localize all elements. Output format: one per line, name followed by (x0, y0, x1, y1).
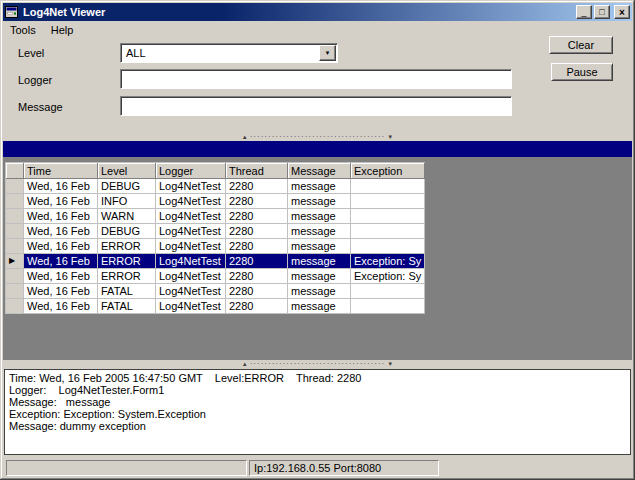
cell-level[interactable]: FATAL (98, 284, 156, 299)
cell-logger[interactable]: Log4NetTest (156, 299, 226, 314)
app-icon (5, 5, 19, 19)
row-selector-cell[interactable] (6, 194, 24, 209)
cell-level[interactable]: FATAL (98, 299, 156, 314)
detail-line: Time: Wed, 16 Feb 2005 16:47:50 GMT Leve… (9, 373, 626, 384)
cell-thread[interactable]: 2280 (226, 209, 288, 224)
cell-message[interactable]: message (288, 194, 351, 209)
cell-level[interactable]: DEBUG (98, 224, 156, 239)
row-selector-cell[interactable] (6, 179, 24, 194)
table-row[interactable]: Wed, 16 Feb FATAL Log4NetTest 2280 messa… (6, 299, 425, 314)
table-row[interactable]: Wed, 16 Feb WARN Log4NetTest 2280 messag… (6, 209, 425, 224)
cell-exception[interactable] (351, 194, 425, 209)
cell-exception[interactable] (351, 209, 425, 224)
row-selector-cell[interactable] (6, 209, 24, 224)
cell-logger[interactable]: Log4NetTest (156, 284, 226, 299)
table-row[interactable]: Wed, 16 Feb INFO Log4NetTest 2280 messag… (6, 194, 425, 209)
col-header-logger[interactable]: Logger (156, 163, 226, 179)
cell-logger[interactable]: Log4NetTest (156, 209, 226, 224)
splitter-down-icon: ▼ (387, 133, 393, 141)
cell-time[interactable]: Wed, 16 Feb (24, 269, 98, 284)
row-selector-cell[interactable] (6, 269, 24, 284)
cell-message[interactable]: message (288, 239, 351, 254)
cell-logger[interactable]: Log4NetTest (156, 239, 226, 254)
minimize-button[interactable]: _ (576, 5, 592, 19)
table-row[interactable]: Wed, 16 Feb ERROR Log4NetTest 2280 messa… (6, 269, 425, 284)
cell-exception[interactable]: Exception: Sy (351, 269, 425, 284)
level-combobox[interactable]: ALL ▼ (120, 43, 338, 63)
cell-exception[interactable] (351, 284, 425, 299)
menu-tools[interactable]: Tools (3, 22, 44, 38)
pause-button[interactable]: Pause (551, 63, 613, 81)
cell-logger[interactable]: Log4NetTest (156, 194, 226, 209)
cell-level[interactable]: DEBUG (98, 179, 156, 194)
cell-level[interactable]: ERROR (98, 239, 156, 254)
cell-level[interactable]: ERROR (98, 254, 156, 269)
cell-thread[interactable]: 2280 (226, 284, 288, 299)
cell-message[interactable]: message (288, 179, 351, 194)
cell-thread[interactable]: 2280 (226, 254, 288, 269)
row-selector-cell[interactable] (6, 299, 24, 314)
chevron-down-icon[interactable]: ▼ (319, 45, 336, 61)
cell-logger[interactable]: Log4NetTest (156, 254, 226, 269)
detail-panel: Time: Wed, 16 Feb 2005 16:47:50 GMT Leve… (4, 369, 631, 455)
cell-logger[interactable]: Log4NetTest (156, 179, 226, 194)
cell-time[interactable]: Wed, 16 Feb (24, 284, 98, 299)
table-row[interactable]: Wed, 16 Feb DEBUG Log4NetTest 2280 messa… (6, 224, 425, 239)
cell-time[interactable]: Wed, 16 Feb (24, 299, 98, 314)
cell-exception[interactable]: Exception: Sy (351, 254, 425, 269)
cell-level[interactable]: ERROR (98, 269, 156, 284)
close-button[interactable]: × (614, 5, 630, 19)
cell-message[interactable]: message (288, 269, 351, 284)
message-input[interactable] (120, 96, 512, 116)
row-selector-cell[interactable] (6, 284, 24, 299)
cell-thread[interactable]: 2280 (226, 299, 288, 314)
title-bar[interactable]: Log4Net Viewer _ □ × (3, 3, 632, 21)
cell-time[interactable]: Wed, 16 Feb (24, 239, 98, 254)
col-header-time[interactable]: Time (24, 163, 98, 179)
cell-exception[interactable] (351, 239, 425, 254)
col-header-message[interactable]: Message (288, 163, 351, 179)
col-header-thread[interactable]: Thread (226, 163, 288, 179)
cell-thread[interactable]: 2280 (226, 194, 288, 209)
menu-help[interactable]: Help (44, 22, 82, 38)
cell-exception[interactable] (351, 224, 425, 239)
cell-logger[interactable]: Log4NetTest (156, 269, 226, 284)
col-header-exception[interactable]: Exception (351, 163, 425, 179)
cell-time[interactable]: Wed, 16 Feb (24, 254, 98, 269)
cell-level[interactable]: INFO (98, 194, 156, 209)
cell-message[interactable]: message (288, 299, 351, 314)
cell-time[interactable]: Wed, 16 Feb (24, 224, 98, 239)
window-title: Log4Net Viewer (23, 6, 574, 18)
maximize-icon: □ (599, 7, 604, 17)
table-row[interactable]: ▶ Wed, 16 Feb ERROR Log4NetTest 2280 mes… (6, 254, 425, 269)
table-row[interactable]: Wed, 16 Feb ERROR Log4NetTest 2280 messa… (6, 239, 425, 254)
table-row[interactable]: Wed, 16 Feb DEBUG Log4NetTest 2280 messa… (6, 179, 425, 194)
cell-logger[interactable]: Log4NetTest (156, 224, 226, 239)
top-splitter[interactable]: ▲ ····································· … (3, 133, 632, 141)
cell-thread[interactable]: 2280 (226, 179, 288, 194)
cell-thread[interactable]: 2280 (226, 224, 288, 239)
row-selector-cell[interactable] (6, 239, 24, 254)
cell-level[interactable]: WARN (98, 209, 156, 224)
log-table[interactable]: Time Level Logger Thread Message Excepti… (5, 162, 425, 314)
maximize-button[interactable]: □ (594, 5, 610, 19)
cell-thread[interactable]: 2280 (226, 269, 288, 284)
cell-thread[interactable]: 2280 (226, 239, 288, 254)
row-selector-cell[interactable]: ▶ (6, 254, 24, 269)
table-row[interactable]: Wed, 16 Feb FATAL Log4NetTest 2280 messa… (6, 284, 425, 299)
logger-input[interactable] (120, 69, 512, 89)
cell-message[interactable]: message (288, 284, 351, 299)
col-header-level[interactable]: Level (98, 163, 156, 179)
clear-button[interactable]: Clear (549, 36, 613, 54)
cell-time[interactable]: Wed, 16 Feb (24, 209, 98, 224)
app-window: Log4Net Viewer _ □ × Tools Help Level AL… (0, 0, 635, 480)
cell-exception[interactable] (351, 299, 425, 314)
cell-message[interactable]: message (288, 254, 351, 269)
cell-exception[interactable] (351, 179, 425, 194)
row-selector-cell[interactable] (6, 224, 24, 239)
cell-message[interactable]: message (288, 209, 351, 224)
bottom-splitter[interactable]: ▲ ····································· … (3, 360, 632, 368)
cell-time[interactable]: Wed, 16 Feb (24, 194, 98, 209)
cell-message[interactable]: message (288, 224, 351, 239)
cell-time[interactable]: Wed, 16 Feb (24, 179, 98, 194)
